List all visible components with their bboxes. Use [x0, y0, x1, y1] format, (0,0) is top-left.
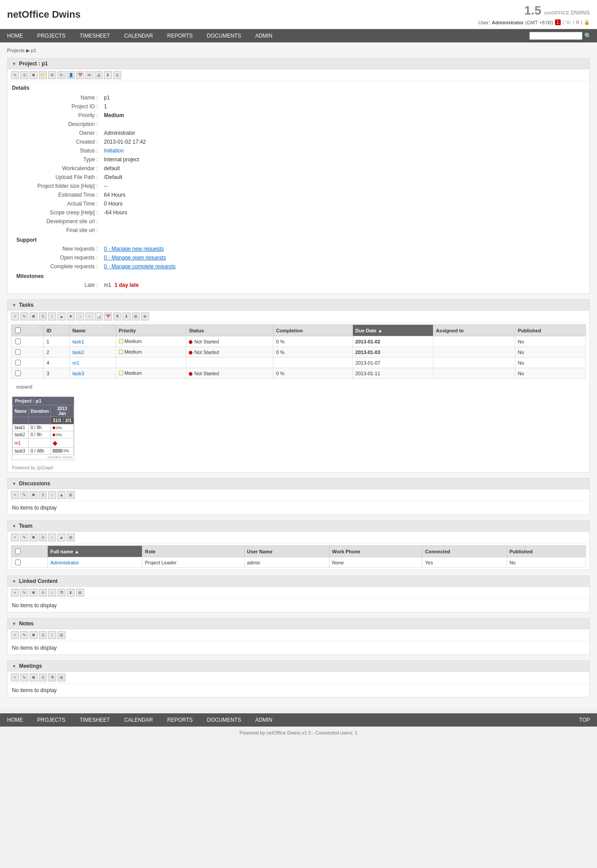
nav-projects[interactable]: PROJECTS [30, 29, 73, 42]
tasks-collapse-arrow[interactable]: ▼ [12, 303, 16, 308]
notes-columns-icon[interactable]: ⊞ [57, 631, 65, 639]
disc-columns-icon[interactable]: ⊞ [67, 491, 75, 499]
nav-reports[interactable]: REPORTS [160, 29, 200, 42]
lc-delete-icon[interactable]: ✖ [30, 589, 38, 597]
search-input[interactable] [529, 32, 582, 40]
lc-add-icon[interactable]: + [11, 589, 19, 597]
disc-delete-icon[interactable]: ✖ [30, 491, 38, 499]
team-add-icon[interactable]: + [11, 533, 19, 541]
task-gantt-icon[interactable]: 📊 [95, 312, 103, 320]
disc-up-icon[interactable]: ▲ [57, 491, 65, 499]
row-name[interactable]: task1 [69, 336, 116, 347]
team-th-published[interactable]: Published [506, 546, 586, 557]
team-move-icon[interactable]: ↕ [48, 533, 56, 541]
toolbar-export-icon[interactable]: ⬇ [104, 71, 112, 79]
meetings-add-icon[interactable]: + [11, 674, 19, 681]
team-arrow[interactable]: ▼ [12, 524, 16, 529]
footer-nav-admin[interactable]: ADMIN [248, 713, 279, 727]
lc-export-icon[interactable]: ⬇ [67, 589, 75, 597]
th-published[interactable]: Published [515, 325, 586, 336]
team-th-workphone[interactable]: Work Phone [329, 546, 422, 557]
row-checkbox[interactable] [11, 336, 44, 347]
lc-edit-icon[interactable]: ✎ [20, 589, 28, 597]
toolbar-copy-icon[interactable]: ⎘ [20, 71, 28, 79]
task-filter-icon[interactable]: ⚗ [113, 312, 121, 320]
footer-nav-documents[interactable]: DOCUMENTS [200, 713, 248, 727]
toolbar-delete-icon[interactable]: ✖ [30, 71, 38, 79]
team-row-checkbox[interactable] [11, 557, 48, 568]
notes-arrow[interactable]: ▼ [12, 621, 16, 626]
row-checkbox[interactable] [11, 347, 44, 358]
toolbar-email-icon[interactable]: ✉ [85, 71, 93, 79]
breadcrumb-projects[interactable]: Projects [7, 48, 25, 53]
task-delete-icon[interactable]: ✖ [30, 312, 38, 320]
task-outdent-icon[interactable]: ← [85, 312, 93, 320]
open-requests-value[interactable]: 0 - Manage open requests [102, 254, 584, 262]
team-th-checkbox[interactable] [11, 546, 48, 557]
task-indent-icon[interactable]: → [76, 312, 84, 320]
disc-copy-icon[interactable]: ⎘ [39, 491, 47, 499]
complete-requests-value[interactable]: 0 - Manage complete requests [102, 263, 584, 270]
footer-nav-projects[interactable]: PROJECTS [30, 713, 73, 727]
task-edit-icon[interactable]: ✎ [20, 312, 28, 320]
notes-move-icon[interactable]: ↕ [48, 631, 56, 639]
th-checkbox[interactable] [11, 325, 44, 336]
toolbar-print-icon[interactable]: 🖨 [95, 71, 103, 79]
row-name[interactable]: task2 [69, 347, 116, 358]
notes-edit-icon[interactable]: ✎ [20, 631, 28, 639]
task-columns-icon[interactable]: ⊞ [132, 312, 140, 320]
toolbar-calendar-icon[interactable]: 📅 [76, 71, 84, 79]
expand-link[interactable]: expand [12, 382, 37, 391]
toolbar-edit-icon[interactable]: ✎ [11, 71, 19, 79]
nav-documents[interactable]: DOCUMENTS [200, 29, 248, 42]
task-move-icon[interactable]: ↕ [48, 312, 56, 320]
meetings-arrow[interactable]: ▼ [12, 664, 16, 669]
new-requests-value[interactable]: 0 - Manage new requests [102, 245, 584, 253]
select-all-checkbox[interactable] [15, 327, 21, 333]
nav-admin[interactable]: ADMIN [248, 29, 279, 42]
row-checkbox[interactable] [11, 368, 44, 379]
lc-filter-icon[interactable]: ⚗ [57, 589, 65, 597]
team-columns-icon[interactable]: ⊞ [67, 533, 75, 541]
collapse-arrow[interactable]: ▼ [12, 61, 16, 66]
footer-nav-timesheet[interactable]: TIMESHEET [73, 713, 117, 727]
nav-timesheet[interactable]: TIMESHEET [73, 29, 117, 42]
team-select-all[interactable] [15, 548, 21, 554]
task-down-icon[interactable]: ▼ [67, 312, 75, 320]
team-th-role[interactable]: Role [142, 546, 244, 557]
search-button[interactable]: 🔍 [582, 31, 593, 40]
meetings-columns-icon[interactable]: ⊞ [57, 674, 65, 681]
row-name[interactable]: m1 [69, 358, 116, 368]
disc-move-icon[interactable]: ↕ [48, 491, 56, 499]
th-due-date[interactable]: Due Date ▲ [352, 325, 433, 336]
th-priority[interactable]: Priority [116, 325, 186, 336]
task-export-icon[interactable]: ⬇ [122, 312, 130, 320]
disc-add-icon[interactable]: + [11, 491, 19, 499]
row-name[interactable]: task3 [69, 368, 116, 379]
notes-add-icon[interactable]: + [11, 631, 19, 639]
meetings-edit-icon[interactable]: ✎ [20, 674, 28, 681]
nav-calendar[interactable]: CALENDAR [117, 29, 160, 42]
toolbar-refresh-icon[interactable]: ↻ [57, 71, 65, 79]
notification-badge[interactable]: 1 [555, 19, 561, 25]
footer-top-link[interactable]: TOP [572, 713, 597, 727]
team-delete-icon[interactable]: ✖ [30, 533, 38, 541]
team-row-fullname[interactable]: Administrator [47, 557, 142, 568]
footer-nav-calendar[interactable]: CALENDAR [117, 713, 160, 727]
late-milestone-link[interactable]: m1 [104, 282, 111, 288]
lc-move-icon[interactable]: ↕ [48, 589, 56, 597]
th-name[interactable]: Name [69, 325, 116, 336]
th-assigned-to[interactable]: Assigned to [433, 325, 515, 336]
th-id[interactable]: ID [44, 325, 70, 336]
task-add-icon[interactable]: + [11, 312, 19, 320]
discussions-arrow[interactable]: ▼ [12, 481, 16, 486]
meetings-delete-icon[interactable]: ✖ [30, 674, 38, 681]
lc-columns-icon[interactable]: ⊞ [76, 589, 84, 597]
row-checkbox[interactable] [11, 358, 44, 368]
footer-nav-reports[interactable]: REPORTS [160, 713, 200, 727]
notes-copy-icon[interactable]: ⎘ [39, 631, 47, 639]
task-expand-icon[interactable]: ⊕ [141, 312, 149, 320]
toolbar-archive-icon[interactable]: 📁 [39, 71, 47, 79]
team-copy-icon[interactable]: ⎘ [39, 533, 47, 541]
task-calendar-icon[interactable]: 📅 [104, 312, 112, 320]
